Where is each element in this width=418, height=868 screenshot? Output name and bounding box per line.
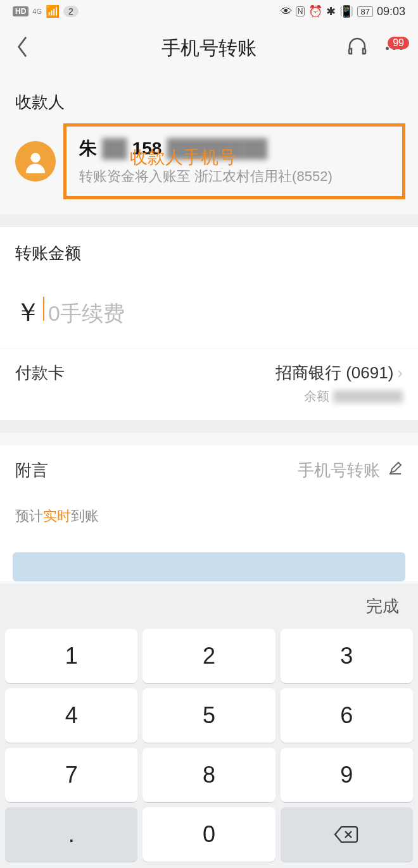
numeric-keyboard: 完成 1 2 3 4 5 6 7 8 9 . 0 [0,584,418,868]
payment-card-row[interactable]: 付款卡 招商银行 (0691)› 余额 [0,349,418,420]
currency-symbol: ￥ [15,295,41,330]
back-button[interactable] [15,35,29,61]
signal-icon: 📶 [46,4,60,18]
annotation-label: 收款人手机号 [130,146,236,170]
key-9[interactable]: 9 [281,748,413,802]
svg-point-0 [30,153,40,163]
payee-surname: 朱 [79,137,97,161]
support-icon[interactable] [346,36,368,60]
battery-indicator: 87 [357,6,372,17]
key-backspace[interactable] [281,807,413,862]
payee-highlight-box: 朱 ██ 158 ████████ 收款人手机号 转账资金将入账至 浙江农村信用… [63,123,405,199]
status-left: HD 4G 📶 2 [13,4,79,18]
clock: 09:03 [377,5,405,18]
status-bar: HD 4G 📶 2 👁 N ⏰ ✱ 📳 87 09:03 [0,0,418,23]
key-7[interactable]: 7 [5,748,137,802]
edit-icon[interactable] [388,461,403,480]
hd-badge: HD [13,6,28,16]
payment-card-balance: 余额 [276,388,403,405]
key-dot[interactable]: . [5,807,137,862]
bluetooth-icon: ✱ [326,4,336,18]
arrival-info: 预计实时到账 [0,495,418,537]
notification-badge: 99 [388,37,409,49]
payee-bank-info: 转账资金将入账至 浙江农村信用社(8552) [79,167,390,186]
payee-section-label: 收款人 [0,73,418,123]
note-value: 手机号转账 [298,459,380,481]
page-title: 手机号转账 [162,35,256,61]
payment-card-label: 付款卡 [15,362,65,384]
alarm-icon: ⏰ [308,4,322,18]
submit-button[interactable] [13,552,405,581]
sim-count: 2 [63,6,79,17]
chevron-right-icon: › [397,363,403,382]
keyboard-done-button[interactable]: 完成 [0,584,418,629]
avatar-icon [15,141,56,182]
payment-card-name: 招商银行 (0691)› [276,362,403,384]
eye-icon: 👁 [281,5,292,18]
key-1[interactable]: 1 [5,629,137,683]
amount-section-label: 转账金额 [0,227,418,280]
balance-redacted [333,390,403,403]
network-indicator: 4G [32,8,42,15]
key-4[interactable]: 4 [5,688,137,743]
key-6[interactable]: 6 [281,688,413,743]
vibrate-icon: 📳 [339,4,353,18]
payee-row[interactable]: 朱 ██ 158 ████████ 收款人手机号 转账资金将入账至 浙江农村信用… [0,123,418,214]
key-5[interactable]: 5 [142,688,275,743]
section-divider [0,420,418,433]
nav-bar: 手机号转账 99 [0,23,418,73]
amount-input-row[interactable]: ￥ 0手续费 [0,280,418,349]
section-divider [0,214,418,227]
input-cursor [43,297,44,321]
amount-placeholder: 0手续费 [48,299,125,328]
key-3[interactable]: 3 [281,629,413,683]
payee-name-redacted: ██ [102,139,127,159]
key-8[interactable]: 8 [142,748,275,802]
more-button[interactable]: 99 [386,47,403,50]
note-row[interactable]: 附言 手机号转账 [0,445,418,495]
nfc-icon: N [296,6,305,16]
status-right: 👁 N ⏰ ✱ 📳 87 09:03 [281,4,405,18]
key-0[interactable]: 0 [142,807,275,862]
key-2[interactable]: 2 [142,629,275,683]
note-label: 附言 [15,459,48,481]
submit-area [0,537,418,581]
